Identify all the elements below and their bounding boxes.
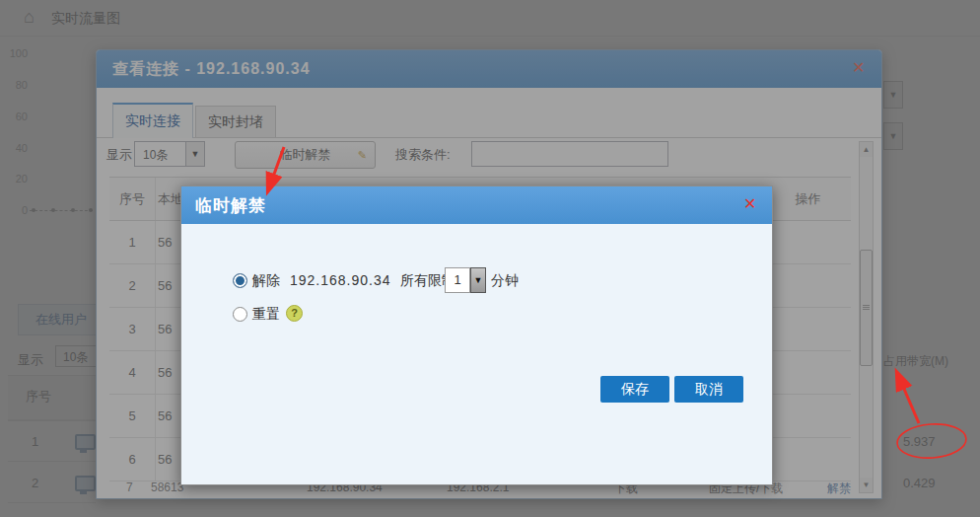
minutes-select[interactable]: 1 ▼ <box>445 267 487 293</box>
temp-unblock-dialog: 临时解禁 ✕ 解除 192.168.90.34 所有限制 1 ▼ 分钟 重置 ?… <box>180 185 773 485</box>
radio-unblock[interactable] <box>233 273 247 288</box>
save-button[interactable]: 保存 <box>600 376 669 403</box>
close-icon[interactable]: ✕ <box>743 194 756 213</box>
radio-reset[interactable] <box>233 307 247 322</box>
reset-label: 重置 <box>252 306 280 324</box>
unblock-suffix: 分钟 <box>491 272 519 290</box>
unblock-prefix: 解除 <box>252 272 280 290</box>
cancel-button[interactable]: 取消 <box>674 376 743 403</box>
help-icon[interactable]: ? <box>286 305 303 322</box>
dialog-header: 临时解禁 ✕ <box>181 186 772 224</box>
dialog-title: 临时解禁 <box>195 194 266 217</box>
chevron-down-icon[interactable]: ▼ <box>470 267 486 293</box>
unblock-ip: 192.168.90.34 <box>290 272 391 288</box>
